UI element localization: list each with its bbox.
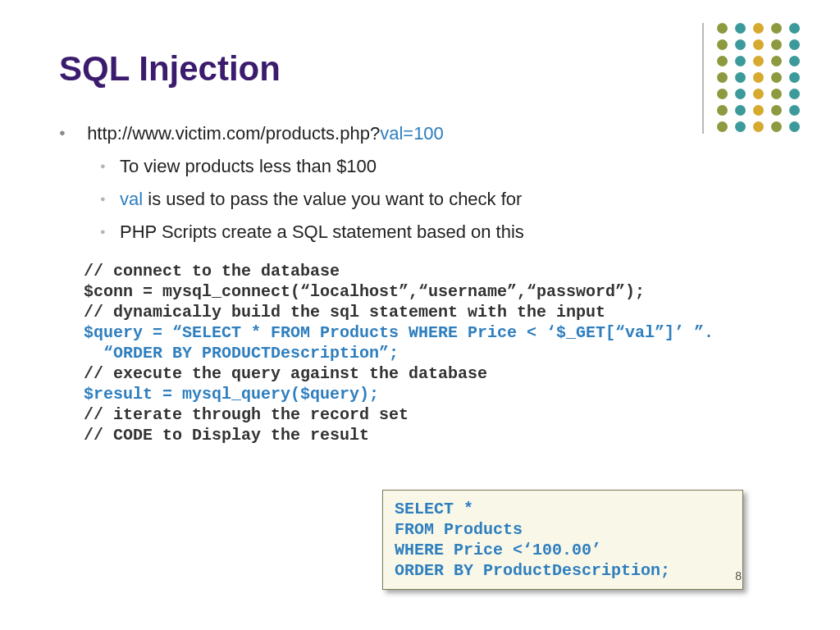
code-line-conn: $conn = mysql_connect(“localhost”,“usern… [84,282,645,301]
code-comment-4: // iterate through the record set [84,405,409,424]
corner-decoration [712,23,810,134]
url-text: http://www.victim.com/products.php? [87,123,380,144]
sub-bullet-list: To view products less than $100 val is u… [100,153,781,246]
sql-line-4: ORDER BY ProductDescription; [395,561,670,580]
php-code-block: // connect to the database $conn = mysql… [84,261,781,445]
code-line-query1: $query = “SELECT * FROM Products WHERE P… [84,323,714,342]
code-comment-1: // connect to the database [84,262,340,281]
slide: SQL Injection http://www.victim.com/prod… [0,0,840,630]
divider-line [702,23,704,134]
sub2-highlight: val [120,189,143,209]
sql-line-2: FROM Products [395,520,523,539]
url-param: val=100 [380,123,444,144]
sub-bullet-3: PHP Scripts create a SQL statement based… [100,218,781,246]
sub-bullet-2: val is used to pass the value you want t… [100,185,781,213]
sub-bullet-1: To view products less than $100 [100,153,781,180]
code-comment-5: // CODE to Display the result [84,426,369,445]
page-number: 8 [735,569,742,582]
code-line-query2: “ORDER BY PRODUCTDescription”; [84,344,399,363]
sql-line-1: SELECT * [395,500,473,518]
code-comment-2: // dynamically build the sql statement w… [84,303,605,322]
slide-title: SQL Injection [59,49,781,89]
sql-line-3: WHERE Price <‘100.00’ [395,541,601,559]
code-comment-3: // execute the query against the databas… [84,364,487,383]
bullet-item-url: http://www.victim.com/products.php?val=1… [59,120,781,246]
sub2-text: is used to pass the value you want to ch… [143,189,522,209]
bullet-list: http://www.victim.com/products.php?val=1… [59,120,781,246]
code-line-result: $result = mysql_query($query); [84,385,379,404]
sql-result-box: SELECT * FROM Products WHERE Price <‘100… [382,490,743,590]
